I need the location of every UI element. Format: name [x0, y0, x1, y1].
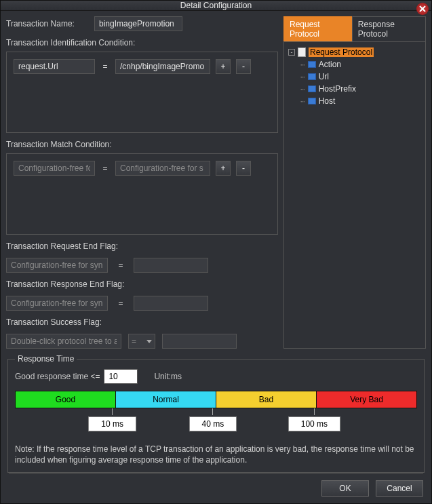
resp-end-op: =	[115, 296, 127, 311]
protocol-tree[interactable]: - Request Protocol ⋯ Action ⋯ Url	[283, 41, 426, 349]
req-end-lhs-input[interactable]	[6, 258, 108, 273]
transaction-name-label: Transaction Name:	[6, 19, 87, 28]
tree-item-label: Action	[319, 60, 341, 69]
mark-3[interactable]: 100 ms	[288, 408, 340, 431]
right-pane: Request Protocol Response Protocol - Req…	[283, 16, 426, 349]
transaction-name-row: Transaction Name:	[6, 16, 278, 31]
req-end-rhs-input[interactable]	[134, 258, 208, 273]
ident-add-button[interactable]: +	[216, 59, 231, 74]
tick-icon	[212, 408, 213, 415]
succ-rhs-input[interactable]	[162, 334, 237, 349]
match-lhs-input[interactable]	[14, 161, 95, 176]
req-end-label: Transaction Request End Flag:	[6, 241, 278, 251]
tree-connector-icon: ⋯	[300, 97, 305, 106]
property-icon	[308, 61, 316, 68]
tab-response-protocol[interactable]: Response Protocol	[352, 16, 426, 41]
tree-item-hostprefix[interactable]: ⋯ HostPrefix	[300, 83, 421, 95]
ident-cond-box: = + -	[6, 52, 278, 133]
req-end-row: =	[6, 258, 278, 273]
resp-end-lhs-input[interactable]	[6, 296, 108, 311]
tree-root[interactable]: - Request Protocol	[288, 46, 421, 58]
unit-label: Unit:ms	[154, 372, 182, 381]
response-time-group: Response Time Good response time <= Unit…	[7, 354, 425, 473]
tree-item-label: Host	[319, 96, 336, 106]
tree-connector-icon: ⋯	[300, 85, 305, 94]
succ-row: =	[6, 334, 278, 349]
mark-1-value: 10 ms	[88, 416, 136, 431]
response-time-legend: Response Time	[15, 354, 77, 364]
dialog-title: Detail Configuration	[180, 1, 252, 10]
req-end-op: =	[115, 258, 127, 273]
dialog: Detail Configuration Transaction Name: T…	[0, 0, 432, 504]
seg-very-bad: Very Bad	[317, 391, 416, 408]
match-rhs-input[interactable]	[115, 161, 210, 176]
close-button[interactable]	[416, 3, 429, 15]
ident-cond-label: Transaction Identification Condition:	[6, 38, 278, 47]
seg-good: Good	[16, 391, 116, 408]
response-time-note: Note: If the response time level of a TC…	[15, 444, 417, 465]
tree-collapse-icon[interactable]: -	[288, 49, 295, 56]
tree-item-host[interactable]: ⋯ Host	[300, 95, 421, 107]
mark-2[interactable]: 40 ms	[189, 408, 237, 431]
succ-lhs-input[interactable]	[6, 334, 121, 349]
footer: OK Cancel	[1, 473, 431, 503]
tick-icon	[314, 408, 315, 415]
good-response-label: Good response time <=	[15, 372, 100, 381]
resp-end-label: Transaction Response End Flag:	[6, 279, 278, 289]
tab-request-protocol[interactable]: Request Protocol	[283, 16, 352, 41]
tree-item-label: Url	[319, 72, 329, 81]
close-icon	[419, 5, 426, 12]
response-time-wrap: Response Time Good response time <= Unit…	[1, 349, 431, 473]
minus-icon: -	[242, 163, 245, 173]
ident-lhs-input[interactable]	[14, 59, 95, 74]
tree-connector-icon: ⋯	[300, 73, 305, 81]
succ-op-value: =	[132, 336, 136, 346]
plus-icon: +	[220, 163, 225, 173]
match-add-button[interactable]: +	[216, 161, 231, 176]
response-band: Good Normal Bad Very Bad	[15, 391, 417, 408]
tree-root-label: Request Protocol	[309, 47, 374, 57]
chevron-down-icon	[146, 340, 152, 343]
tree-children: ⋯ Action ⋯ Url ⋯ HostPrefix	[288, 58, 421, 107]
property-icon	[308, 73, 316, 80]
mark-2-value: 40 ms	[189, 416, 237, 431]
match-cond-box: = + -	[6, 153, 278, 235]
resp-end-rhs-input[interactable]	[134, 296, 208, 311]
resp-end-row: =	[6, 296, 278, 311]
good-response-input[interactable]	[104, 369, 138, 384]
cancel-button[interactable]: Cancel	[376, 480, 423, 497]
content: Transaction Name: Transaction Identifica…	[1, 11, 431, 349]
seg-normal: Normal	[116, 391, 216, 408]
titlebar: Detail Configuration	[1, 1, 431, 11]
mark-3-value: 100 ms	[288, 416, 340, 431]
succ-label: Transaction Success Flag:	[6, 317, 278, 327]
match-cond-label: Transaction Match Condition:	[6, 140, 278, 149]
response-marks: 10 ms 40 ms 100 ms	[15, 408, 417, 438]
good-response-row: Good response time <= Unit:ms	[15, 369, 417, 384]
ident-remove-button[interactable]: -	[236, 59, 251, 74]
property-icon	[308, 98, 316, 104]
plus-icon: +	[220, 62, 225, 71]
ok-button[interactable]: OK	[321, 480, 369, 497]
document-icon	[298, 47, 306, 57]
tree-item-action[interactable]: ⋯ Action	[300, 58, 421, 71]
tick-icon	[112, 408, 113, 415]
left-pane: Transaction Name: Transaction Identifica…	[6, 16, 278, 349]
tree-connector-icon: ⋯	[300, 60, 305, 69]
seg-bad: Bad	[216, 391, 317, 408]
transaction-name-input[interactable]	[94, 16, 182, 31]
tree-item-label: HostPrefix	[319, 84, 356, 94]
tree-item-url[interactable]: ⋯ Url	[300, 71, 421, 83]
ident-op: =	[100, 59, 110, 74]
match-op: =	[100, 161, 110, 176]
minus-icon: -	[242, 62, 245, 71]
match-remove-button[interactable]: -	[236, 161, 251, 176]
mark-1[interactable]: 10 ms	[88, 408, 136, 431]
protocol-tabs: Request Protocol Response Protocol	[283, 16, 426, 41]
succ-op-select[interactable]: =	[128, 334, 155, 349]
property-icon	[308, 85, 316, 92]
ident-rhs-input[interactable]	[115, 59, 210, 74]
